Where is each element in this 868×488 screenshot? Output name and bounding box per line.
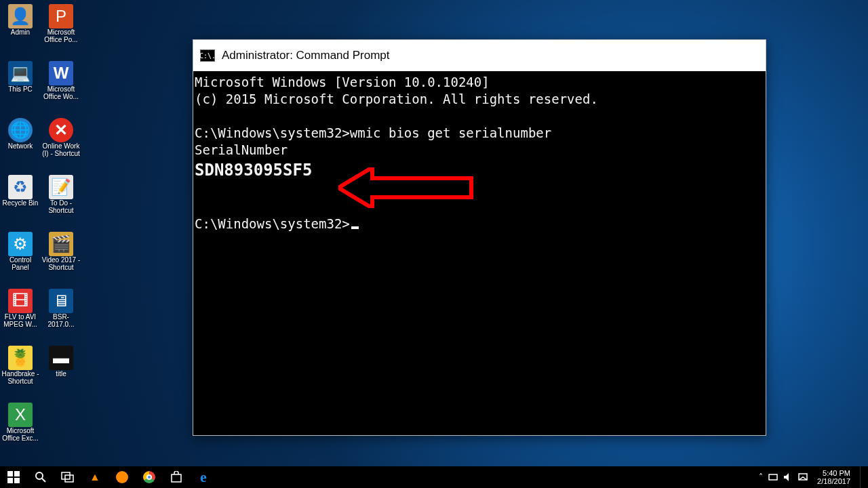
svg-rect-3 <box>7 478 13 483</box>
desktop-icon-network[interactable]: 🌐Network <box>0 118 41 172</box>
desktop-icon-video[interactable]: 🎬Video 2017 - Shortcut <box>41 232 81 286</box>
chrome-icon <box>143 471 155 483</box>
desktop-icon-excel[interactable]: XMicrosoft Office Exc... <box>0 403 41 457</box>
system-tray[interactable]: ˄ <box>759 472 808 482</box>
svg-rect-7 <box>62 472 70 479</box>
desktop-icon-todo[interactable]: 📝To Do - Shortcut <box>41 175 81 229</box>
svg-rect-1 <box>7 471 13 476</box>
desktop-icon-control-panel[interactable]: ⚙Control Panel <box>0 232 41 286</box>
desktop-icon-title[interactable]: ▬title <box>41 346 81 400</box>
svg-marker-0 <box>338 167 471 208</box>
start-button[interactable] <box>0 466 27 488</box>
svg-rect-2 <box>14 471 20 476</box>
cone-icon: ▲ <box>90 471 100 483</box>
desktop-icon-admin[interactable]: 👤Admin <box>0 4 41 58</box>
search-icon <box>35 471 47 483</box>
volume-icon[interactable] <box>783 472 793 482</box>
taskbar-clock[interactable]: 5:40 PM 2/18/2017 <box>814 469 853 485</box>
chevron-up-icon[interactable]: ˄ <box>759 472 763 482</box>
converter-icon: 🎞 <box>8 289 33 313</box>
desktop-icon-powerpoint[interactable]: PMicrosoft Office Po... <box>41 4 81 58</box>
search-button[interactable] <box>27 466 54 488</box>
panel-icon: ⚙ <box>8 232 33 256</box>
icon-label: Microsoft Office Po... <box>41 28 81 43</box>
window-titlebar[interactable]: C:\. Administrator: Command Prompt <box>193 40 766 71</box>
icon-label: Microsoft Office Wo... <box>41 85 81 100</box>
clock-time: 5:40 PM <box>823 469 850 477</box>
terminal-body[interactable]: Microsoft Windows [Version 10.0.10240] (… <box>193 71 766 235</box>
user-icon: 👤 <box>8 4 33 28</box>
icon-label: Control Panel <box>1 256 40 271</box>
svg-rect-4 <box>14 478 20 483</box>
icon-label: FLV to AVI MPEG W... <box>1 313 40 328</box>
desktop-icon-recycle-bin[interactable]: ♻Recycle Bin <box>0 175 41 229</box>
copyright-line: (c) 2015 Microsoft Corporation. All righ… <box>195 92 598 106</box>
taskbar-app-edge[interactable]: e <box>190 466 217 488</box>
icon-label: Handbrake - Shortcut <box>1 370 40 385</box>
edge-icon: e <box>200 468 207 486</box>
svg-rect-8 <box>65 475 73 482</box>
note-icon: 📝 <box>49 175 73 199</box>
icon-label: Admin <box>11 28 30 36</box>
film-icon: 🎬 <box>49 232 73 256</box>
pc-icon: 💻 <box>8 61 33 85</box>
typed-command: wmic bios get serialnumber <box>350 125 551 140</box>
icon-label: title <box>56 370 66 378</box>
svg-rect-9 <box>172 474 181 482</box>
taskbar-app-chrome[interactable] <box>136 466 163 488</box>
handbrake-icon: 🍍 <box>8 346 33 370</box>
bin-icon: ♻ <box>8 175 33 199</box>
excel-icon: X <box>8 403 33 427</box>
windows-icon <box>7 471 20 483</box>
show-desktop-button[interactable] <box>860 466 864 488</box>
desktop-icon-word[interactable]: WMicrosoft Office Wo... <box>41 61 81 115</box>
text-cursor <box>351 226 359 229</box>
desktop-icon-bsr[interactable]: 🖥BSR-2017.0... <box>41 289 81 343</box>
icon-label: This PC <box>8 85 33 93</box>
icon-label: Network <box>8 142 33 150</box>
globe-icon: 🌐 <box>8 118 33 142</box>
output-header: SerialNumber <box>195 142 288 157</box>
file-icon: ▬ <box>49 346 73 370</box>
store-icon <box>170 471 182 483</box>
taskbar-app-store[interactable] <box>163 466 190 488</box>
serial-number-output: SDN893095SF5 <box>195 161 312 180</box>
svg-point-5 <box>36 472 43 479</box>
svg-line-6 <box>42 479 45 482</box>
task-view-icon <box>61 472 75 483</box>
network-tray-icon[interactable] <box>768 472 778 482</box>
powerpoint-icon: P <box>49 4 73 28</box>
taskbar-app-vlc[interactable]: ▲ <box>81 466 108 488</box>
close-icon: ✕ <box>49 118 73 142</box>
clock-date: 2/18/2017 <box>817 477 850 485</box>
icon-label: Online Work (I) - Shortcut <box>41 142 81 157</box>
task-view-button[interactable] <box>54 466 81 488</box>
word-icon: W <box>49 61 73 85</box>
taskbar-app-firefox[interactable] <box>108 466 136 488</box>
svg-rect-10 <box>769 474 777 480</box>
window-title: Administrator: Command Prompt <box>222 49 390 62</box>
icon-label: BSR-2017.0... <box>41 313 81 328</box>
prompt-path: C:\Windows\system32> <box>195 216 350 231</box>
version-line: Microsoft Windows [Version 10.0.10240] <box>195 75 490 89</box>
taskbar: ▲ e ˄ 5:40 PM 2/18/2017 <box>0 466 868 488</box>
prompt-path: C:\Windows\system32> <box>195 125 350 140</box>
desktop-icon-this-pc[interactable]: 💻This PC <box>0 61 41 115</box>
cmd-icon: C:\. <box>200 49 215 62</box>
command-prompt-window[interactable]: C:\. Administrator: Command Prompt Micro… <box>193 39 766 436</box>
notifications-icon[interactable] <box>798 472 808 482</box>
icon-label: Recycle Bin <box>3 199 39 207</box>
screen-icon: 🖥 <box>49 289 73 313</box>
icon-label: To Do - Shortcut <box>41 199 81 214</box>
svg-marker-11 <box>784 473 789 481</box>
icon-label: Microsoft Office Exc... <box>1 427 40 442</box>
desktop-icon-flv[interactable]: 🎞FLV to AVI MPEG W... <box>0 289 41 343</box>
firefox-icon <box>116 471 128 483</box>
annotation-arrow-icon <box>338 167 474 208</box>
desktop-icon-handbrake[interactable]: 🍍Handbrake - Shortcut <box>0 346 41 400</box>
desktop-icon-online-work[interactable]: ✕Online Work (I) - Shortcut <box>41 118 81 172</box>
icon-label: Video 2017 - Shortcut <box>41 256 81 271</box>
